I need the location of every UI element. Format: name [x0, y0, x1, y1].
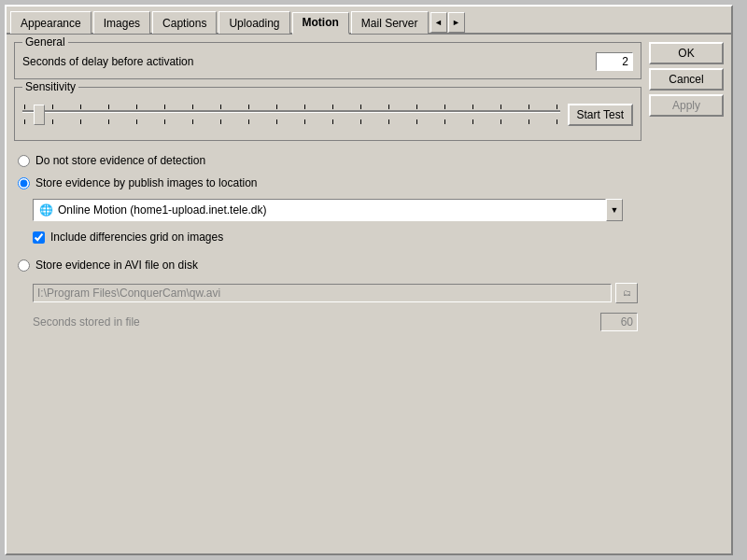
tick	[80, 119, 81, 124]
publish-location-select[interactable]: 🌐 Online Motion (home1-upload.inet.tele.…	[33, 199, 606, 221]
seconds-label: Seconds stored in file	[33, 315, 140, 329]
tick	[220, 105, 221, 109]
tick	[304, 105, 305, 109]
tick	[24, 119, 25, 124]
include-grid-checkbox[interactable]	[33, 231, 45, 244]
store-avi-option[interactable]: Store evidence in AVI file on disk	[18, 259, 638, 272]
tick	[248, 119, 249, 124]
tick	[332, 119, 333, 124]
tick	[557, 105, 557, 109]
tick	[332, 105, 333, 109]
slider-ticks-bottom	[22, 119, 560, 125]
tick	[136, 119, 137, 124]
tick	[500, 119, 501, 124]
tick	[388, 105, 389, 109]
tick	[416, 105, 417, 109]
tab-bar: Appearance Images Captions Uploading Mot…	[7, 7, 731, 35]
tick	[444, 119, 445, 124]
publish-location-value: Online Motion (home1-upload.inet.tele.dk…	[58, 203, 266, 217]
no-store-option[interactable]: Do not store evidence of detection	[18, 154, 638, 167]
tick	[500, 105, 501, 109]
no-store-label: Do not store evidence of detection	[35, 154, 205, 167]
tick	[416, 119, 417, 124]
tick	[472, 119, 473, 124]
tick	[360, 105, 361, 109]
delay-label: Seconds of delay before activation	[22, 55, 193, 68]
tick	[164, 105, 165, 109]
avi-path-row: 🗂	[33, 283, 638, 303]
tick	[108, 119, 109, 124]
tab-motion[interactable]: Motion	[292, 12, 349, 35]
tab-appearance[interactable]: Appearance	[10, 11, 92, 34]
store-avi-label: Store evidence in AVI file on disk	[35, 259, 198, 272]
tab-images[interactable]: Images	[93, 11, 150, 34]
tick	[136, 105, 137, 109]
dialog-body: General Seconds of delay before activati…	[7, 35, 731, 553]
tab-mail-server[interactable]: Mail Server	[351, 11, 429, 34]
tick	[192, 105, 193, 109]
store-publish-radio[interactable]	[18, 177, 30, 189]
general-title: General	[22, 35, 68, 49]
sensitivity-title: Sensitivity	[22, 80, 78, 93]
slider-line	[22, 110, 560, 113]
tick	[108, 105, 109, 109]
browse-icon: 🗂	[623, 288, 631, 298]
browse-button: 🗂	[615, 283, 638, 303]
tab-nav-right[interactable]: ►	[448, 12, 465, 33]
tick	[388, 119, 389, 124]
seconds-input	[600, 313, 638, 331]
tick	[52, 105, 53, 109]
tick	[472, 105, 473, 109]
tick	[248, 105, 249, 109]
main-content: General Seconds of delay before activati…	[14, 42, 641, 546]
slider-track[interactable]	[22, 101, 560, 129]
store-publish-option[interactable]: Store evidence by publish images to loca…	[18, 176, 638, 189]
tick	[304, 119, 305, 124]
tick	[80, 105, 81, 109]
include-grid-option[interactable]: Include differencies grid on images	[33, 231, 638, 244]
store-avi-radio[interactable]	[18, 259, 30, 272]
store-publish-label: Store evidence by publish images to loca…	[35, 176, 257, 189]
start-test-button[interactable]: Start Test	[568, 104, 633, 126]
tick	[192, 119, 193, 124]
tick	[220, 119, 221, 124]
tick	[444, 105, 445, 109]
tick	[529, 119, 529, 124]
sensitivity-group: Sensitivity	[14, 87, 641, 141]
apply-button[interactable]: Apply	[649, 94, 724, 117]
slider-line-row	[22, 110, 560, 119]
side-buttons: OK Cancel Apply	[649, 42, 724, 546]
tick	[529, 105, 529, 109]
globe-icon: 🌐	[37, 203, 54, 217]
tick	[52, 119, 53, 124]
tick	[24, 105, 25, 109]
delay-row: Seconds of delay before activation	[22, 52, 633, 71]
include-grid-label: Include differencies grid on images	[50, 231, 223, 244]
tick	[276, 119, 277, 124]
avi-path-input	[33, 284, 612, 302]
seconds-row: Seconds stored in file	[33, 313, 638, 331]
gap	[18, 249, 638, 253]
ok-button[interactable]: OK	[649, 42, 724, 64]
no-store-radio[interactable]	[18, 155, 30, 167]
tab-uploading[interactable]: Uploading	[218, 11, 289, 34]
detection-options: Do not store evidence of detection Store…	[14, 148, 641, 333]
general-group: General Seconds of delay before activati…	[14, 42, 641, 79]
tick	[360, 119, 361, 124]
tick	[276, 105, 277, 109]
dialog: Appearance Images Captions Uploading Mot…	[5, 5, 733, 555]
delay-input[interactable]	[596, 52, 633, 71]
tick	[557, 119, 557, 124]
tick	[164, 119, 165, 124]
slider-thumb[interactable]	[34, 105, 45, 125]
dropdown-arrow[interactable]: ▼	[606, 199, 623, 221]
tab-captions[interactable]: Captions	[152, 11, 217, 34]
tab-nav-left[interactable]: ◄	[430, 12, 447, 33]
cancel-button[interactable]: Cancel	[649, 68, 724, 91]
publish-location-container: 🌐 Online Motion (home1-upload.inet.tele.…	[33, 199, 623, 221]
slider-container: Start Test	[22, 97, 633, 133]
